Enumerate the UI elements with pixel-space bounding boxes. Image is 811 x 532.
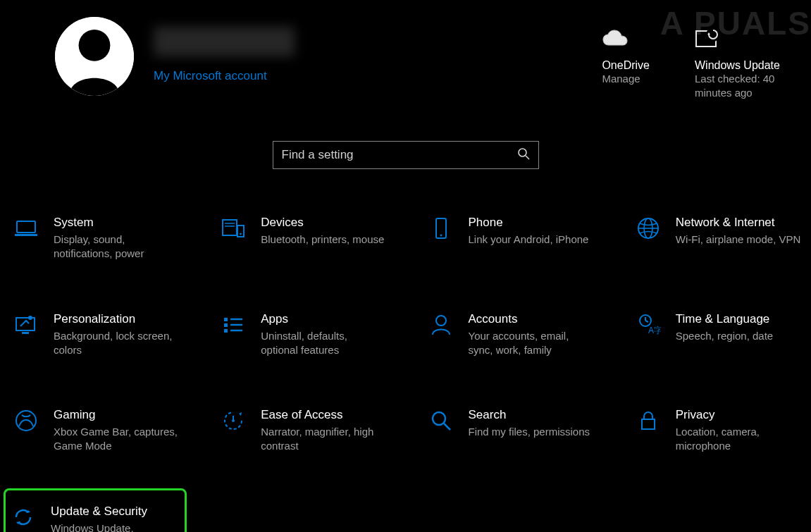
devices-icon [218, 216, 248, 245]
apps-icon [218, 312, 248, 342]
svg-rect-8 [223, 220, 237, 235]
header-region: My Microsoft account OneDrive Manage Win… [0, 0, 811, 127]
update-security-icon [8, 505, 38, 533]
svg-rect-11 [237, 225, 244, 237]
tile-update-security[interactable]: Update & Security Windows Update, recove… [4, 488, 187, 533]
tile-sub: Narrator, magnifier, high contrast [261, 425, 386, 454]
svg-point-4 [519, 149, 526, 156]
tile-ease-of-access[interactable]: Ease of Access Narrator, magnifier, high… [216, 404, 389, 458]
tile-search[interactable]: Search Find my files, permissions [423, 404, 597, 458]
my-microsoft-account-link[interactable]: My Microsoft account [154, 69, 295, 83]
windows-update-sub: Last checked: 40 minutes ago [695, 72, 811, 101]
svg-point-27 [436, 316, 446, 326]
tile-gaming[interactable]: Gaming Xbox Game Bar, captures, Game Mod… [8, 404, 182, 458]
tile-sub: Xbox Game Bar, captures, Game Mode [54, 425, 179, 454]
svg-rect-21 [224, 318, 228, 321]
windows-update-title: Windows Update [695, 59, 811, 72]
tile-privacy[interactable]: Privacy Location, camera, microphone [631, 404, 804, 458]
tile-system[interactable]: System Display, sound, notifications, po… [8, 211, 182, 266]
search-input[interactable] [282, 148, 517, 162]
accounts-icon [426, 312, 456, 342]
svg-rect-7 [15, 234, 37, 236]
svg-line-36 [444, 423, 450, 430]
tile-sub: Display, sound, notifications, power [54, 233, 179, 261]
svg-point-20 [28, 316, 32, 320]
tile-title: Phone [469, 216, 594, 230]
svg-rect-23 [224, 329, 228, 333]
laptop-icon [11, 216, 41, 245]
ease-of-access-icon [218, 408, 248, 438]
svg-rect-37 [642, 419, 655, 429]
tile-sub: Find my files, permissions [469, 425, 594, 439]
privacy-icon [633, 408, 663, 438]
tile-sub: Wi-Fi, airplane mode, VPN [676, 233, 801, 247]
onedrive-title: OneDrive [602, 59, 650, 72]
user-avatar[interactable] [55, 17, 134, 96]
user-meta: My Microsoft account [154, 17, 295, 83]
tile-title: Update & Security [51, 505, 179, 519]
globe-icon [633, 216, 663, 245]
tile-title: Time & Language [676, 312, 801, 326]
tile-sub: Link your Android, iPhone [469, 233, 594, 247]
personalization-icon [11, 312, 41, 342]
tile-title: Gaming [54, 408, 179, 422]
tile-sub: Your accounts, email, sync, work, family [469, 329, 594, 358]
search-cat-icon [426, 408, 456, 438]
tile-title: Devices [261, 216, 386, 230]
windows-update-card[interactable]: Windows Update Last checked: 40 minutes … [695, 23, 811, 101]
svg-text:A字: A字 [648, 326, 661, 335]
search-wrap [0, 141, 811, 169]
svg-rect-18 [16, 318, 35, 330]
tile-title: System [54, 216, 179, 230]
tile-network-internet[interactable]: Network & Internet Wi-Fi, airplane mode,… [631, 211, 804, 266]
tile-sub: Speech, region, date [676, 329, 801, 343]
tile-sub: Background, lock screen, colors [54, 329, 179, 358]
svg-point-14 [440, 235, 442, 237]
tile-phone[interactable]: Phone Link your Android, iPhone [423, 211, 597, 266]
tile-sub: Uninstall, defaults, optional features [261, 329, 386, 358]
tile-sub: Bluetooth, printers, mouse [261, 233, 386, 247]
person-icon [55, 17, 134, 96]
tile-time-language[interactable]: A字 Time & Language Speech, region, date [631, 308, 804, 362]
cloud-icon [602, 23, 650, 55]
svg-rect-22 [224, 323, 228, 327]
onedrive-sub: Manage [602, 72, 650, 86]
tile-accounts[interactable]: Accounts Your accounts, email, sync, wor… [423, 308, 597, 362]
phone-icon [426, 216, 456, 245]
svg-line-5 [526, 156, 529, 159]
svg-rect-19 [22, 332, 29, 334]
header-right: OneDrive Manage Windows Update Last chec… [602, 23, 811, 101]
search-icon [517, 147, 530, 163]
svg-line-30 [645, 321, 648, 322]
tile-sub: Location, camera, microphone [676, 425, 801, 454]
time-language-icon: A字 [633, 312, 663, 342]
tile-title: Accounts [469, 312, 594, 326]
user-name-redacted [154, 27, 295, 56]
gaming-icon [11, 408, 41, 438]
tile-title: Ease of Access [261, 408, 386, 422]
onedrive-card[interactable]: OneDrive Manage [602, 23, 650, 101]
tile-sub: Windows Update, recovery, backup [51, 521, 179, 533]
svg-rect-6 [17, 221, 35, 233]
svg-point-1 [79, 30, 111, 61]
tile-apps[interactable]: Apps Uninstall, defaults, optional featu… [216, 308, 389, 362]
svg-point-12 [240, 233, 242, 235]
tile-title: Apps [261, 312, 386, 326]
tile-title: Network & Internet [676, 216, 801, 230]
tile-devices[interactable]: Devices Bluetooth, printers, mouse [216, 211, 389, 266]
tile-title: Privacy [676, 408, 801, 422]
windows-update-icon [695, 23, 811, 55]
tile-title: Personalization [54, 312, 179, 326]
search-box[interactable] [273, 141, 539, 169]
tile-personalization[interactable]: Personalization Background, lock screen,… [8, 308, 182, 362]
svg-point-35 [433, 412, 445, 425]
tile-title: Search [469, 408, 594, 422]
settings-grid: System Display, sound, notifications, po… [0, 169, 811, 532]
